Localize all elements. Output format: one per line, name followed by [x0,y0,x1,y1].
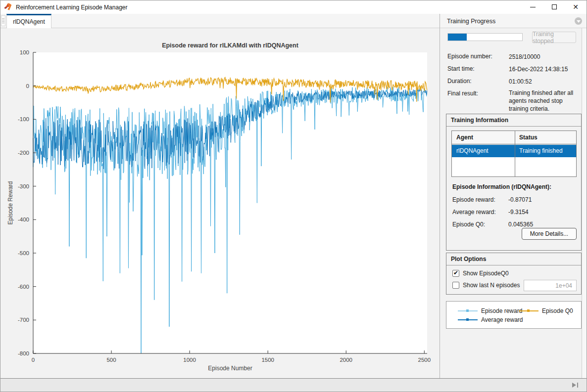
svg-text:2500: 2500 [418,357,431,363]
tab-strip-grip[interactable] [1,15,5,26]
final-result-value: Training finished after all agents reach… [509,89,583,113]
svg-text:-300: -300 [18,183,29,189]
training-information-title: Training Information [451,117,508,124]
status-cell: Training finished [519,147,563,154]
svg-text:-600: -600 [18,284,29,290]
duration-value: 01:00:52 [509,78,583,86]
collapse-progress-panel-icon[interactable] [575,17,582,25]
status-bar [0,378,587,392]
episode-reward-value: -0.87071 [508,196,532,203]
average-reward-swatch [458,319,478,320]
minimize-icon [530,7,536,7]
show-episodeq0-checkbox[interactable] [452,270,459,277]
title-bar: Reinforcement Learning Episode Manager ✕ [0,0,587,14]
table-header-row: Agent Status [452,131,576,144]
svg-text:-700: -700 [18,317,29,323]
legend-item-episode-q0: Episode Q0 [519,307,573,314]
training-stopped-button[interactable]: Training stopped [532,32,576,43]
svg-text:1500: 1500 [261,357,274,363]
average-reward-legend-label: Average reward [481,316,523,323]
maximize-icon [552,4,557,9]
chart-panel: 050010001500200025001000-100-200-300-400… [0,28,440,378]
n-episodes-input[interactable] [524,280,577,291]
training-progress-fill [448,34,467,41]
training-progress-bar [447,33,523,41]
svg-text:-800: -800 [18,350,29,356]
average-reward-value: -9.3154 [508,209,529,216]
agent-column-header: Agent [456,134,473,141]
tab-strip [0,14,440,28]
svg-text:500: 500 [106,357,116,363]
chart-legend: Episode reward Average reward Episode Q0 [446,301,582,329]
close-button[interactable]: ✕ [565,0,586,14]
table-column-divider [515,131,515,176]
average-reward-label: Average reward: [452,209,496,216]
episode-q0-label: Episode Q0: [452,221,485,228]
svg-text:2000: 2000 [340,357,352,363]
agent-cell: rlDQNAgent [456,147,489,154]
final-result-label: Final result: [447,90,502,97]
show-last-n-episodes-checkbox[interactable] [452,282,459,289]
episode-q0-swatch [519,310,538,311]
svg-text:Episode reward for rlLKAMdl wi: Episode reward for rlLKAMdl with rlDQNAg… [162,42,299,49]
start-time-label: Start time: [447,65,502,72]
show-last-n-episodes-label: Show last N episodes [463,282,520,289]
training-progress-panel: Training Progress Training stopped Episo… [440,14,587,378]
matlab-logo-icon [4,2,13,11]
minimize-button[interactable] [522,0,543,14]
svg-text:100: 100 [20,49,29,55]
agent-status-table: Agent Status rlDQNAgent Training finishe… [451,131,577,177]
legend-item-average-reward: Average reward [458,316,523,323]
svg-text:0: 0 [26,83,29,89]
status-column-header: Status [519,134,538,141]
show-episodeq0-label: Show EpisodeQ0 [463,270,509,277]
svg-text:-500: -500 [18,250,29,256]
start-time-value: 16-Dec-2022 14:38:15 [509,65,583,73]
tab-rldqnagent[interactable]: rlDQNAgent [6,14,51,28]
maximize-button[interactable] [543,0,565,14]
episode-number-label: Episode number: [447,53,502,60]
legend-item-episode-reward: Episode reward [458,307,522,314]
svg-text:1000: 1000 [183,357,196,363]
training-information-section: Training Information Agent Status rlDQNA… [446,114,582,251]
episode-q0-value: 0.045365 [508,221,533,228]
episode-reward-swatch [458,310,478,311]
svg-text:-400: -400 [18,217,29,222]
plot-options-section: Plot Options Show EpisodeQ0 Show last N … [446,253,582,295]
episode-information-title: Episode Information (rlDQNAgent): [452,183,551,190]
tab-label: rlDQNAgent [13,18,45,25]
training-progress-title: Training Progress [447,18,495,25]
episode-reward-label: Episode reward: [452,196,495,203]
window-title: Reinforcement Learning Episode Manager [16,4,127,11]
more-details-button[interactable]: More Details... [522,228,577,240]
episode-reward-legend-label: Episode reward [481,307,522,314]
plot-options-title: Plot Options [451,256,486,262]
table-row[interactable]: rlDQNAgent Training finished [452,145,576,157]
skip-to-end-icon[interactable] [572,382,582,388]
svg-text:Episode Number: Episode Number [208,365,252,372]
training-progress-header: Training Progress [440,14,587,28]
episode-q0-legend-label: Episode Q0 [542,307,573,314]
duration-label: Duration: [447,78,502,85]
svg-text:-100: -100 [18,116,29,122]
svg-text:Episode Reward: Episode Reward [7,181,14,224]
svg-text:-200: -200 [18,150,29,156]
panel-scroll-edge [582,28,587,378]
episode-number-value: 2518/10000 [509,53,583,61]
episode-reward-chart: 050010001500200025001000-100-200-300-400… [0,28,440,378]
svg-text:0: 0 [32,357,35,363]
